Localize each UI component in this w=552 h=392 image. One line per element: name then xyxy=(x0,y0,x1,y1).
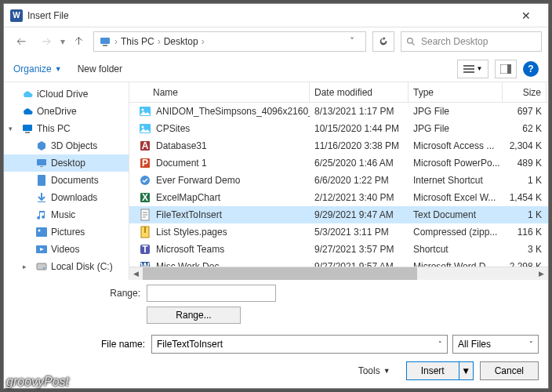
view-icon xyxy=(463,64,474,74)
file-row[interactable]: PDocument 16/25/2020 1:46 AMMicrosoft Po… xyxy=(129,154,548,172)
tools-button[interactable]: Tools▼ xyxy=(358,365,390,376)
column-header-name[interactable]: Name xyxy=(129,82,310,102)
back-button[interactable]: 🡠 xyxy=(10,31,32,53)
pc-icon xyxy=(21,122,34,135)
forward-button[interactable]: 🡢 xyxy=(35,31,57,53)
address-bar[interactable]: › This PC › Desktop › ˅ xyxy=(93,31,366,52)
chevron-down-icon: ˅ xyxy=(529,340,533,348)
close-button[interactable]: ✕ xyxy=(510,5,542,26)
cube-icon xyxy=(35,140,48,152)
sidebar-item-label: Documents xyxy=(51,175,99,186)
filename-label: File name: xyxy=(13,339,147,350)
main-panel: iCloud DriveOneDrive▾This PC3D ObjectsDe… xyxy=(4,82,548,280)
vid-icon xyxy=(35,243,48,256)
refresh-button[interactable] xyxy=(372,31,394,52)
filename-combobox[interactable]: FileTextToInsert ˅ xyxy=(151,335,448,354)
file-size: 1 K xyxy=(503,175,547,186)
insert-button[interactable]: Insert xyxy=(406,361,459,380)
navigation-pane[interactable]: iCloud DriveOneDrive▾This PC3D ObjectsDe… xyxy=(4,82,129,280)
file-name: List Styles.pages xyxy=(156,227,227,238)
file-row[interactable]: FileTextToInsert9/29/2021 9:47 AMText Do… xyxy=(129,206,548,223)
breadcrumb-separator-icon: › xyxy=(202,36,205,47)
file-date: 5/3/2021 3:11 PM xyxy=(310,227,409,238)
file-filter-combobox[interactable]: All Files ˅ xyxy=(452,335,539,354)
file-date: 8/13/2021 1:17 PM xyxy=(310,106,409,117)
recent-locations-button[interactable]: ▾ xyxy=(60,36,65,47)
sidebar-item-music[interactable]: Music xyxy=(4,206,129,223)
preview-pane-button[interactable] xyxy=(495,60,517,78)
scroll-right-button[interactable]: ▶ xyxy=(535,267,548,281)
file-type: Microsoft Excel W... xyxy=(409,192,503,203)
word-file-icon: W xyxy=(139,260,151,267)
up-button[interactable]: 🡡 xyxy=(68,31,90,53)
help-button[interactable]: ? xyxy=(523,61,539,77)
svg-rect-6 xyxy=(463,71,474,73)
file-date: 10/15/2020 1:44 PM xyxy=(310,123,409,134)
organize-button[interactable]: Organize▼ xyxy=(13,64,62,74)
insert-split-button[interactable]: Insert ▼ xyxy=(406,361,474,380)
file-row[interactable]: ADatabase3111/16/2020 3:38 PMMicrosoft A… xyxy=(129,137,548,154)
file-type: Shortcut xyxy=(409,244,503,255)
sidebar-item-desktop[interactable]: Desktop xyxy=(4,154,129,172)
svg-rect-5 xyxy=(463,68,474,70)
file-row[interactable]: ANIDOM_TheSimpsons_4096x2160_018/13/2021… xyxy=(129,103,548,120)
file-date: 2/12/2021 3:40 PM xyxy=(310,192,409,203)
svg-rect-15 xyxy=(36,227,47,237)
svg-rect-12 xyxy=(40,166,43,167)
column-header-type[interactable]: Type xyxy=(409,82,503,102)
img-file-icon xyxy=(139,122,151,135)
horizontal-scrollbar[interactable]: ◀ ▶ xyxy=(129,267,548,280)
file-list[interactable]: ANIDOM_TheSimpsons_4096x2160_018/13/2021… xyxy=(129,103,548,267)
file-row[interactable]: Ever Forward Demo6/6/2020 1:22 PMInterne… xyxy=(129,172,548,189)
address-dropdown-button[interactable]: ˅ xyxy=(343,36,361,47)
sidebar-item-documents[interactable]: Documents xyxy=(4,172,129,189)
view-options-button[interactable]: ▼ xyxy=(457,60,488,78)
sidebar-item-this-pc[interactable]: ▾This PC xyxy=(4,120,129,137)
file-row[interactable]: WMisc Work Doc9/27/2021 9:57 AMMicrosoft… xyxy=(129,258,548,267)
scroll-left-button[interactable]: ◀ xyxy=(129,267,143,281)
file-row[interactable]: XExcelMapChart2/12/2021 3:40 PMMicrosoft… xyxy=(129,189,548,206)
navigation-bar: 🡠 🡢 ▾ 🡡 › This PC › Desktop › ˅ Search D… xyxy=(4,27,548,56)
column-header-date[interactable]: Date modified xyxy=(310,82,409,102)
pc-icon xyxy=(99,35,111,48)
breadcrumb-this-pc[interactable]: This PC xyxy=(121,36,154,47)
column-headers: Name Date modified Type Size xyxy=(129,82,548,103)
breadcrumb-desktop[interactable]: Desktop xyxy=(164,36,198,47)
sidebar-item-pictures[interactable]: Pictures xyxy=(4,223,129,241)
file-type: Compressed (zipp... xyxy=(409,227,503,238)
sidebar-item-local-disk-c-[interactable]: ▸Local Disk (C:) xyxy=(4,258,129,275)
sidebar-item-3d-objects[interactable]: 3D Objects xyxy=(4,137,129,154)
sidebar-item-onedrive[interactable]: OneDrive xyxy=(4,103,129,120)
column-header-size[interactable]: Size xyxy=(503,82,547,102)
file-name: Database31 xyxy=(156,140,207,151)
range-input[interactable] xyxy=(147,285,276,302)
range-button[interactable]: Range... xyxy=(147,307,241,324)
sidebar-item-label: 3D Objects xyxy=(51,140,97,151)
doc-icon xyxy=(35,174,48,187)
watermark: groovyPost xyxy=(6,375,69,389)
sidebar-item-videos[interactable]: Videos xyxy=(4,241,129,258)
new-folder-button[interactable]: New folder xyxy=(78,64,122,74)
chevron-down-icon: ˅ xyxy=(438,340,442,348)
zip-file-icon xyxy=(139,226,151,238)
file-row[interactable]: CPSites10/15/2020 1:44 PMJPG File62 K xyxy=(129,120,548,137)
file-type: Microsoft PowerPo... xyxy=(409,158,503,169)
file-size: 489 K xyxy=(503,158,547,169)
refresh-icon xyxy=(378,36,389,47)
cancel-button[interactable]: Cancel xyxy=(480,361,539,380)
insert-dropdown-button[interactable]: ▼ xyxy=(459,361,474,380)
file-row[interactable]: TMicrosoft Teams9/27/2021 3:57 PMShortcu… xyxy=(129,241,548,258)
file-name: CPSites xyxy=(156,123,190,134)
disk-icon xyxy=(35,260,48,273)
sidebar-item-downloads[interactable]: Downloads xyxy=(4,189,129,206)
breadcrumb-separator-icon: › xyxy=(114,36,118,47)
scroll-track[interactable] xyxy=(143,267,535,281)
search-input[interactable]: Search Desktop xyxy=(401,31,542,52)
scroll-thumb[interactable] xyxy=(143,267,417,281)
sidebar-item-icloud-drive[interactable]: iCloud Drive xyxy=(4,85,129,103)
svg-text:X: X xyxy=(142,192,148,203)
file-type: Internet Shortcut xyxy=(409,175,503,186)
sidebar-item-label: Downloads xyxy=(51,192,97,203)
file-row[interactable]: List Styles.pages5/3/2021 3:11 PMCompres… xyxy=(129,223,548,241)
file-size: 1,454 K xyxy=(503,192,547,203)
